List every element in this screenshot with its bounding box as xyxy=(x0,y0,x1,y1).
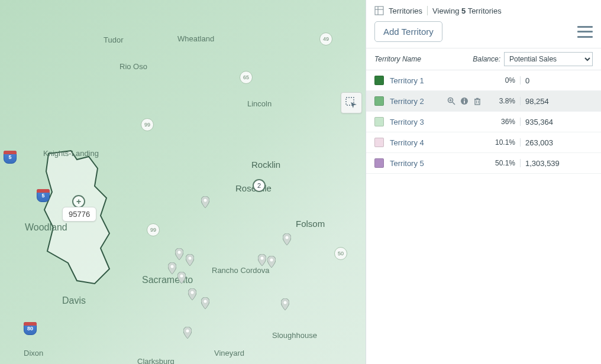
route-shield-49: 49 xyxy=(319,32,332,46)
map-label-rocklin: Rocklin xyxy=(251,160,280,170)
route-shield-99a: 99 xyxy=(141,118,154,131)
map-pin[interactable] xyxy=(201,196,209,208)
svg-rect-14 xyxy=(375,6,383,15)
svg-rect-21 xyxy=(464,99,465,100)
column-territory-name: Territory Name xyxy=(374,55,473,63)
map-pin[interactable] xyxy=(188,288,196,300)
map-label-rio-oso: Rio Oso xyxy=(119,62,147,71)
territory-row-actions xyxy=(447,97,482,105)
map-label-wheatland: Wheatland xyxy=(177,34,214,43)
add-territory-button[interactable]: Add Territory xyxy=(374,21,442,42)
columns-header: Territory Name Balance: Potential Sales xyxy=(366,48,601,70)
map-pin[interactable] xyxy=(281,298,289,310)
svg-line-16 xyxy=(453,102,455,105)
column-balance-label: Balance: xyxy=(473,55,500,63)
map-label-vineyard: Vineyard xyxy=(214,349,244,358)
map-label-davis: Davis xyxy=(62,295,86,306)
territory-percent: 36% xyxy=(487,118,521,126)
zoom-icon[interactable] xyxy=(447,97,455,105)
svg-point-7 xyxy=(261,257,264,260)
map-cluster-marker[interactable]: 2 xyxy=(253,179,266,192)
panel-title: Territories xyxy=(389,6,422,15)
map-label-woodland: Woodland xyxy=(25,222,67,233)
territory-value: 0 xyxy=(521,76,593,85)
map-label-knights-landing: Knights-Landing xyxy=(43,149,99,158)
svg-point-4 xyxy=(189,257,192,260)
map-pin[interactable] xyxy=(175,248,183,260)
territory-color-swatch xyxy=(374,96,384,106)
map-label-rancho-cordova: Rancho Cordova xyxy=(212,266,270,275)
interstate-shield-5b: 5 xyxy=(37,189,50,202)
map-pin[interactable] xyxy=(186,254,194,266)
territory-value: 263,003 xyxy=(521,138,593,147)
map-pin[interactable] xyxy=(258,254,266,266)
territories-panel: Territories Viewing 5 Territories Add Te… xyxy=(366,0,601,364)
map-pin[interactable] xyxy=(201,297,209,309)
interstate-shield-5a: 5 xyxy=(4,151,17,164)
map-pin[interactable] xyxy=(283,233,291,245)
svg-point-10 xyxy=(204,300,207,303)
territory-list: Territory 10%0Territory 23.8%98,254Terri… xyxy=(366,70,601,364)
territory-row[interactable]: Territory 23.8%98,254 xyxy=(366,91,601,112)
interstate-shield-80: 80 xyxy=(24,322,37,335)
territory-name[interactable]: Territory 5 xyxy=(390,159,424,168)
territory-name[interactable]: Territory 2 xyxy=(390,97,424,106)
map-pin[interactable] xyxy=(183,327,192,339)
route-shield-99b: 99 xyxy=(147,223,160,236)
map-label-lincoln: Lincoln xyxy=(247,99,272,108)
territory-name[interactable]: Territory 3 xyxy=(390,118,424,126)
divider xyxy=(427,6,428,15)
territory-percent: 50.1% xyxy=(487,159,521,167)
map-label-sacramento: Sacramento xyxy=(142,275,193,285)
map-label-clarksburg: Clarksburg xyxy=(137,357,175,364)
add-area-button[interactable]: + xyxy=(72,195,85,208)
territory-color-swatch xyxy=(374,117,384,126)
map-label-tudor: Tudor xyxy=(104,35,123,44)
map-pin[interactable] xyxy=(267,256,276,268)
svg-point-2 xyxy=(286,236,289,239)
territory-color-swatch xyxy=(374,158,384,168)
territory-value: 935,364 xyxy=(521,118,593,126)
svg-point-5 xyxy=(171,265,174,268)
territory-percent: 0% xyxy=(487,76,521,84)
territory-row[interactable]: Territory 410.1%263,003 xyxy=(366,132,601,153)
territory-row[interactable]: Territory 10%0 xyxy=(366,70,601,91)
svg-point-9 xyxy=(191,291,194,294)
svg-point-6 xyxy=(180,275,183,278)
map-pin[interactable] xyxy=(177,272,186,284)
map-pin[interactable] xyxy=(168,262,176,274)
lasso-select-tool[interactable] xyxy=(341,92,362,113)
zip-tooltip: 95776 xyxy=(62,207,96,222)
territory-row[interactable]: Territory 336%935,364 xyxy=(366,112,601,132)
info-icon[interactable] xyxy=(460,97,468,105)
balance-select[interactable]: Potential Sales xyxy=(504,52,593,66)
territory-value: 1,303,539 xyxy=(521,159,593,168)
route-shield-50: 50 xyxy=(334,247,347,260)
svg-point-1 xyxy=(204,199,207,202)
territories-icon xyxy=(374,6,384,15)
territory-name[interactable]: Territory 4 xyxy=(390,138,424,147)
map-label-sloughhouse: Sloughhouse xyxy=(272,331,317,340)
svg-point-3 xyxy=(178,251,181,254)
trash-icon[interactable] xyxy=(473,97,482,105)
territory-value: 98,254 xyxy=(521,97,593,106)
viewing-count: Viewing 5 Territories xyxy=(432,6,502,15)
territory-name[interactable]: Territory 1 xyxy=(390,76,424,85)
map-label-folsom: Folsom xyxy=(296,219,325,229)
svg-rect-20 xyxy=(464,100,465,103)
route-shield-65: 65 xyxy=(240,71,253,84)
territory-color-swatch xyxy=(374,138,384,147)
territory-row[interactable]: Territory 550.1%1,303,539 xyxy=(366,153,601,174)
svg-point-11 xyxy=(284,301,287,304)
panel-header: Territories Viewing 5 Territories xyxy=(366,0,601,19)
svg-rect-22 xyxy=(475,99,480,105)
svg-point-12 xyxy=(186,330,189,333)
territory-percent: 3.8% xyxy=(487,97,521,105)
map-label-dixon: Dixon xyxy=(24,349,43,358)
territory-color-swatch xyxy=(374,76,384,85)
svg-point-8 xyxy=(270,259,273,262)
territory-percent: 10.1% xyxy=(487,138,521,147)
panel-menu-button[interactable] xyxy=(577,26,593,38)
